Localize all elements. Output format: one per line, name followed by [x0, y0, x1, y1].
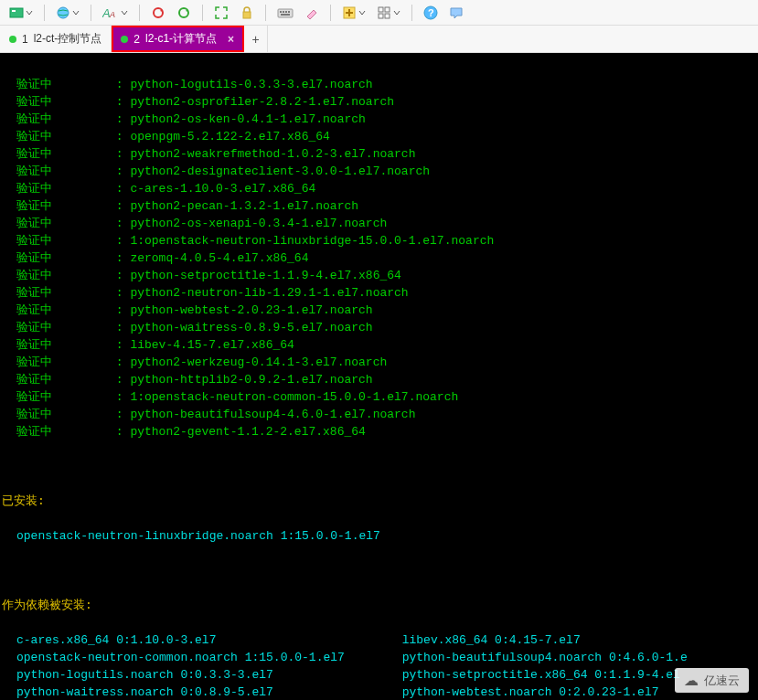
svg-rect-8	[278, 9, 293, 17]
verify-line: 验证中 : python2-neutron-lib-1.29.1-1.el7.n…	[2, 284, 756, 302]
svg-rect-9	[280, 11, 282, 13]
verify-line: 验证中 : python-httplib2-0.9.2-1.el7.noarch	[2, 371, 756, 388]
watermark: ☁ 亿速云	[675, 668, 749, 693]
verify-line: 验证中 : python-beautifulsoup4-4.6.0-1.el7.…	[2, 406, 756, 423]
toolbar-sep	[265, 5, 266, 21]
sessions-icon[interactable]	[5, 4, 37, 22]
font-icon[interactable]: AA	[99, 4, 132, 22]
verify-line: 验证中 : python2-gevent-1.1.2-2.el7.x86_64	[2, 423, 756, 440]
svg-rect-10	[283, 11, 284, 13]
verify-line: 验证中 : 1:openstack-neutron-linuxbridge-15…	[2, 232, 756, 249]
svg-rect-11	[285, 11, 287, 13]
verify-line: 验证中 : python2-werkzeug-0.14.1-3.el7.noar…	[2, 354, 756, 371]
svg-rect-13	[281, 14, 290, 16]
verify-line: 验证中 : python2-pecan-1.3.2-1.el7.noarch	[2, 197, 756, 215]
verify-line: 验证中 : openpgm-5.2.122-2.el7.x86_64	[2, 128, 756, 145]
verify-line: 验证中 : python2-os-xenapi-0.3.4-1.el7.noar…	[2, 215, 756, 232]
tab-index: 2	[133, 33, 140, 46]
verify-line: 验证中 : c-ares-1.10.0-3.el7.x86_64	[2, 180, 756, 197]
verify-line: 验证中 : libev-4.15-7.el7.x86_64	[2, 336, 756, 354]
installed-pkg: openstack-neutron-linuxbridge.noarch 1:1…	[2, 527, 756, 545]
add-tab-button[interactable]: +	[244, 26, 268, 52]
verify-line: 验证中 : python-setproctitle-1.1.9-4.el7.x8…	[2, 267, 756, 284]
svg-rect-0	[10, 8, 23, 17]
tab-index: 1	[22, 33, 28, 46]
verify-line: 验证中 : python2-os-ken-0.4.1-1.el7.noarch	[2, 111, 756, 128]
verify-line: 验证中 : python-waitress-0.8.9-5.el7.noarch	[2, 319, 756, 336]
verify-line: 验证中 : python2-designateclient-3.0.0-1.el…	[2, 163, 756, 180]
refresh-red-icon[interactable]	[147, 4, 169, 22]
svg-rect-17	[379, 14, 383, 18]
deps-columns: c-ares.x86_64 0:1.10.0-3.el7openstack-ne…	[2, 631, 756, 700]
eraser-icon[interactable]	[301, 4, 323, 22]
toolbar: AA ?	[0, 0, 758, 26]
svg-text:?: ?	[428, 7, 434, 18]
dep-item: python-logutils.noarch 0:0.3.3-3.el7	[2, 666, 388, 684]
svg-text:A: A	[109, 10, 115, 19]
tab-bar: 1 l2-ct-控制节点 2 l2-c1-计算节点 × +	[0, 26, 758, 53]
tab-compute-node[interactable]: 2 l2-c1-计算节点 ×	[112, 26, 244, 52]
tab-control-node[interactable]: 1 l2-ct-控制节点	[0, 26, 112, 52]
tab-label: l2-c1-计算节点	[145, 31, 217, 47]
dep-item: openstack-neutron-common.noarch 1:15.0.0…	[2, 649, 388, 666]
verify-line: 验证中 : python-logutils-0.3.3-3.el7.noarch	[2, 76, 756, 93]
verify-line: 验证中 : 1:openstack-neutron-common-15.0.0-…	[2, 388, 756, 406]
refresh-green-icon[interactable]	[173, 4, 195, 22]
close-icon[interactable]: ×	[228, 33, 234, 46]
fullscreen-icon[interactable]	[210, 4, 232, 22]
lock-icon[interactable]	[236, 4, 258, 22]
svg-rect-12	[288, 11, 290, 13]
toolbar-sep	[139, 5, 140, 21]
toolbar-sep	[330, 5, 331, 21]
deps-header: 作为依赖被安装:	[2, 597, 756, 614]
grid-icon[interactable]	[373, 4, 404, 22]
dep-item: python-beautifulsoup4.noarch 0:4.6.0-1.e	[388, 649, 758, 666]
svg-rect-18	[385, 14, 390, 18]
verify-line: 验证中 : python2-weakrefmethod-1.0.2-3.el7.…	[2, 145, 756, 163]
cloud-icon: ☁	[684, 672, 699, 689]
status-dot-icon	[9, 36, 16, 43]
dep-item: c-ares.x86_64 0:1.10.0-3.el7	[2, 631, 388, 649]
svg-point-2	[58, 7, 69, 18]
help-icon[interactable]: ?	[420, 4, 442, 22]
toolbar-sep	[202, 5, 203, 21]
toolbar-sep	[44, 5, 45, 21]
world-icon[interactable]	[52, 4, 83, 22]
verify-line: 验证中 : python-webtest-2.0.23-1.el7.noarch	[2, 302, 756, 319]
svg-rect-7	[243, 12, 251, 18]
watermark-text: 亿速云	[704, 673, 740, 689]
installed-header: 已安装:	[2, 493, 756, 510]
terminal-output[interactable]: 验证中 : python-logutils-0.3.3-3.el7.noarch…	[0, 53, 758, 700]
dep-item: libev.x86_64 0:4.15-7.el7	[388, 631, 758, 649]
verify-line: 验证中 : zeromq-4.0.5-4.el7.x86_64	[2, 249, 756, 267]
svg-rect-15	[379, 7, 383, 12]
chat-icon[interactable]	[445, 4, 467, 22]
toolbar-sep	[91, 5, 91, 21]
status-dot-icon	[121, 36, 128, 43]
verify-line: 验证中 : python2-osprofiler-2.8.2-1.el7.noa…	[2, 93, 756, 111]
keyboard-icon[interactable]	[273, 4, 297, 22]
toolbar-sep	[411, 5, 412, 21]
svg-rect-1	[12, 10, 16, 12]
dep-item: python-waitress.noarch 0:0.8.9-5.el7	[2, 684, 388, 700]
add-icon[interactable]	[338, 4, 369, 22]
tab-label: l2-ct-控制节点	[34, 31, 102, 47]
svg-rect-16	[385, 7, 390, 12]
